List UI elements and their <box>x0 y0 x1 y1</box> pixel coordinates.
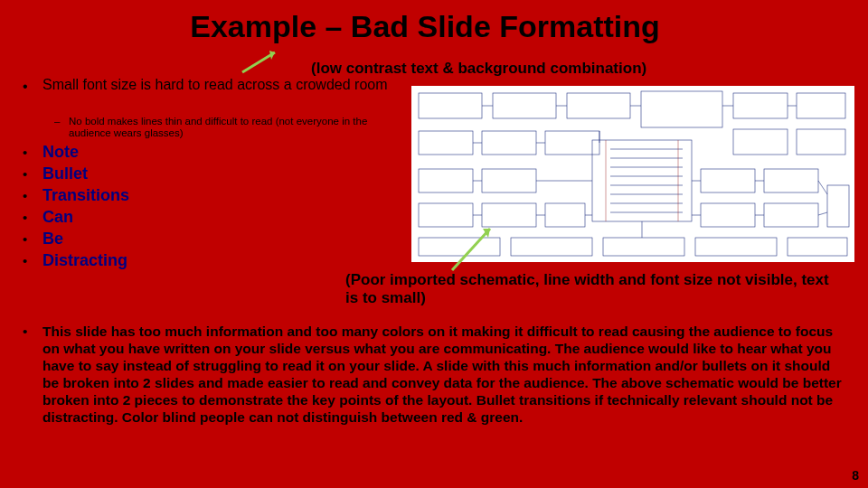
page-number: 8 <box>852 468 859 483</box>
svg-rect-13 <box>592 140 692 221</box>
svg-rect-5 <box>641 91 722 127</box>
svg-rect-11 <box>733 129 788 155</box>
paragraph-bullet: • This slide has too much information an… <box>23 324 845 426</box>
list-item-label: Be <box>42 230 63 249</box>
svg-rect-12 <box>797 129 845 155</box>
svg-line-0 <box>242 52 275 72</box>
list-item: •Bullet <box>23 164 129 183</box>
list-item: •Be <box>23 230 129 249</box>
svg-rect-22 <box>764 203 818 227</box>
bullet-dot-icon: • <box>23 253 42 268</box>
svg-rect-9 <box>482 131 536 155</box>
svg-rect-26 <box>603 238 684 256</box>
slide-title: Example – Bad Slide Formatting <box>145 0 705 44</box>
list-item: •Transitions <box>23 186 129 205</box>
sub-bullet-text: No bold makes lines thin and difficult t… <box>69 116 407 139</box>
list-item-label: Transitions <box>42 186 129 205</box>
svg-rect-14 <box>419 169 473 192</box>
paragraph-text: This slide has too much information and … <box>42 324 845 426</box>
svg-line-47 <box>818 212 827 215</box>
contrast-annotation: (low contrast text & background combinat… <box>311 60 646 78</box>
svg-rect-25 <box>511 238 592 256</box>
bullet-small-font-text: Small font size is hard to read across a… <box>42 77 402 93</box>
svg-rect-3 <box>493 93 556 118</box>
svg-rect-10 <box>545 131 599 155</box>
arrow-to-schematic-icon <box>443 221 506 276</box>
list-item: •Note <box>23 143 129 162</box>
svg-rect-27 <box>695 238 777 256</box>
svg-rect-4 <box>567 93 630 118</box>
bullet-dot-icon: • <box>23 210 42 225</box>
sub-bullet-no-bold: – No bold makes lines thin and difficult… <box>54 116 407 139</box>
bullet-dot-icon: • <box>23 79 28 95</box>
bullet-dot-icon: • <box>23 145 42 160</box>
bullet-dot-icon: • <box>23 324 27 341</box>
svg-rect-21 <box>701 203 755 227</box>
arrow-to-title-icon <box>235 47 289 74</box>
schematic-annotation: (Poor imported schematic, line width and… <box>345 271 834 308</box>
bullet-dot-icon: • <box>23 166 42 182</box>
bullet-dot-icon: • <box>23 231 42 247</box>
list-item-label: Note <box>42 143 79 162</box>
svg-rect-20 <box>764 169 818 192</box>
bullet-dot-icon: • <box>23 188 42 203</box>
svg-rect-2 <box>419 93 482 118</box>
svg-line-59 <box>452 229 490 270</box>
dash-icon: – <box>54 116 60 127</box>
svg-rect-7 <box>797 93 845 118</box>
svg-rect-19 <box>701 169 755 192</box>
svg-rect-6 <box>733 93 788 118</box>
svg-line-44 <box>818 181 827 194</box>
list-item-label: Can <box>42 208 73 227</box>
svg-rect-28 <box>788 238 847 256</box>
list-item: •Can <box>23 208 129 227</box>
svg-rect-23 <box>827 185 849 227</box>
svg-rect-18 <box>545 203 585 227</box>
bullet-small-font: • Small font size is hard to read across… <box>23 77 402 93</box>
list-item-label: Bullet <box>42 164 88 183</box>
list-item: •Distracting <box>23 251 129 270</box>
distracting-list: •Note •Bullet •Transitions •Can •Be •Dis… <box>23 143 129 273</box>
svg-rect-15 <box>482 169 536 192</box>
list-item-label: Distracting <box>42 251 127 270</box>
svg-rect-8 <box>419 131 473 155</box>
